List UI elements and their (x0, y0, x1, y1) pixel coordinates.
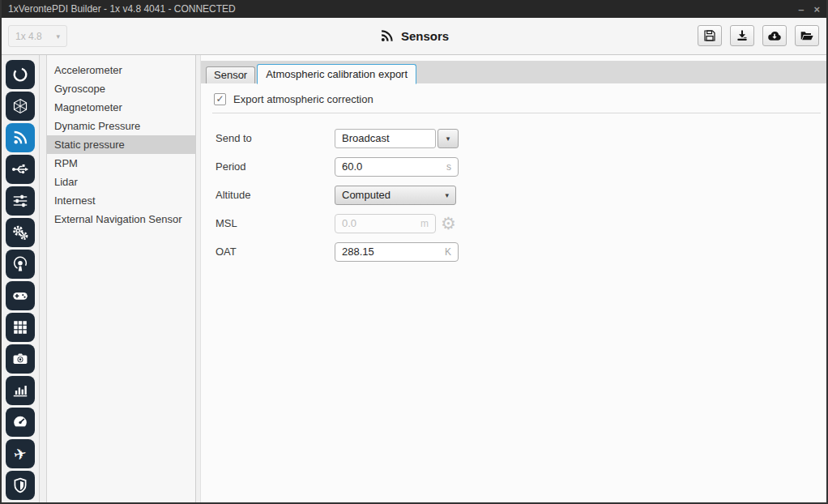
oat-value: 288.15 (342, 246, 374, 258)
chevron-down-icon: ▾ (446, 135, 450, 143)
sidebar-item-hud[interactable] (6, 408, 35, 437)
hexagon-mesh-icon (11, 97, 29, 115)
camera-icon (11, 350, 29, 368)
sidebar-item-sensors[interactable] (6, 123, 35, 152)
period-input[interactable]: 60.0 s (335, 157, 459, 177)
gauge-icon (11, 413, 29, 431)
list-item-accelerometer[interactable]: Accelerometer (47, 61, 195, 79)
sidebar-item-safety[interactable] (6, 471, 35, 500)
msl-value: 0.0 (342, 217, 356, 229)
gamepad-icon (11, 287, 29, 305)
chevron-down-icon: ▾ (56, 32, 60, 41)
usb-icon (11, 160, 29, 178)
altitude-dropdown[interactable]: Computed ▾ (335, 186, 456, 205)
sidebar-item-telemetry[interactable] (6, 250, 35, 279)
grid-icon (11, 318, 29, 336)
main-panel: Sensor Atmospheric calibration export ✓ … (201, 55, 826, 502)
export-atmospheric-correction-checkbox[interactable]: ✓ (214, 93, 226, 105)
gears-icon (11, 224, 29, 241)
title-bar: 1xVerontePDI Builder - 1x v4.8 4041 - CO… (2, 0, 826, 18)
send-to-dropdown-button[interactable]: ▾ (437, 129, 459, 148)
version-selector-value: 1x 4.8 (15, 31, 42, 42)
list-item-static-pressure[interactable]: Static pressure (47, 135, 195, 154)
period-row: Period 60.0 s (216, 152, 826, 181)
sensor-list: Accelerometer Gyroscope Magnetometer Dyn… (47, 55, 195, 502)
period-unit: s (446, 161, 451, 173)
tab-bar: Sensor Atmospheric calibration export (201, 61, 826, 83)
cloud-download-button[interactable] (762, 25, 787, 46)
icon-rail: ✈ (2, 55, 39, 502)
floppy-disk-icon (703, 29, 716, 42)
tab-sensor[interactable]: Sensor (206, 66, 255, 83)
airplane-icon: ✈ (12, 445, 28, 463)
sidebar-item-camera[interactable] (6, 344, 35, 374)
oat-input[interactable]: 288.15 K (335, 242, 459, 262)
altitude-row: Altitude Computed ▾ (216, 181, 826, 209)
toolbar (698, 25, 819, 46)
rail-scrollbar[interactable] (39, 55, 47, 502)
sidebar-item-blocks[interactable] (6, 313, 35, 342)
sidebar-item-mission[interactable]: ✈ (6, 439, 35, 468)
list-item-gyroscope[interactable]: Gyroscope (47, 79, 195, 98)
tab-content: ✓ Export atmospheric correction Send to … (201, 83, 826, 502)
open-folder-icon (800, 28, 814, 43)
wireless-sensors-icon (11, 129, 29, 147)
chevron-down-icon: ▾ (445, 191, 449, 199)
sliders-icon (11, 192, 29, 210)
msl-unit: m (420, 218, 429, 229)
tab-atmospheric-calibration-export[interactable]: Atmospheric calibration export (257, 64, 416, 84)
sidebar-item-stick[interactable] (6, 281, 35, 310)
gear-icon[interactable]: ⚙ (441, 215, 456, 232)
msl-row: MSL 0.0 m ⚙ (216, 209, 826, 237)
oat-row: OAT 288.15 K (216, 237, 826, 266)
list-item-external-navigation-sensor[interactable]: External Navigation Sensor (47, 210, 195, 229)
podcast-icon (11, 255, 29, 273)
altitude-dropdown-value: Computed (342, 189, 391, 201)
list-item-internest[interactable]: Internest (47, 191, 195, 210)
app-window: 1xVerontePDI Builder - 1x v4.8 4041 - CO… (0, 0, 828, 504)
shield-icon (11, 476, 29, 494)
sidebar-item-setup[interactable] (6, 60, 35, 89)
page-title: Sensors (401, 29, 449, 43)
import-button[interactable] (730, 25, 754, 46)
dashed-circle-icon (11, 66, 29, 83)
export-form: Send to Broadcast ▾ Period 60.0 (216, 124, 826, 266)
sidebar-item-connections[interactable] (6, 155, 35, 184)
open-button[interactable] (795, 25, 819, 46)
list-item-rpm[interactable]: RPM (47, 154, 195, 173)
divider (212, 113, 821, 113)
export-atmospheric-correction-label: Export atmospheric correction (233, 93, 373, 105)
list-item-dynamic-pressure[interactable]: Dynamic Pressure (47, 117, 195, 135)
sidebar-item-control[interactable] (6, 186, 35, 216)
oat-label: OAT (216, 246, 335, 258)
list-scrollbar[interactable] (195, 55, 201, 502)
send-to-label: Send to (216, 132, 335, 144)
bar-chart-icon (11, 382, 29, 399)
close-button[interactable]: × (813, 4, 820, 15)
save-button[interactable] (698, 25, 722, 46)
oat-unit: K (445, 246, 451, 258)
header: 1x 4.8 ▾ Sensors (2, 18, 826, 55)
period-value: 60.0 (342, 160, 362, 173)
sidebar-item-automations[interactable] (6, 218, 35, 247)
msl-label: MSL (216, 217, 335, 229)
send-to-dropdown-value[interactable]: Broadcast (335, 129, 436, 148)
sensors-icon (379, 28, 395, 44)
window-title: 1xVerontePDI Builder - 1x v4.8 4041 - CO… (8, 3, 798, 15)
list-item-lidar[interactable]: Lidar (47, 173, 195, 191)
minimize-button[interactable]: – (798, 4, 804, 15)
cloud-arrow-icon (767, 28, 782, 43)
list-item-magnetometer[interactable]: Magnetometer (47, 98, 195, 117)
altitude-label: Altitude (216, 189, 335, 201)
download-tray-icon (736, 29, 749, 42)
sidebar-item-logs[interactable] (6, 376, 35, 405)
sidebar-item-platform[interactable] (6, 92, 35, 121)
msl-input: 0.0 m (335, 214, 436, 233)
period-label: Period (216, 160, 335, 173)
version-selector[interactable]: 1x 4.8 ▾ (8, 25, 67, 47)
send-to-row: Send to Broadcast ▾ (216, 124, 826, 152)
